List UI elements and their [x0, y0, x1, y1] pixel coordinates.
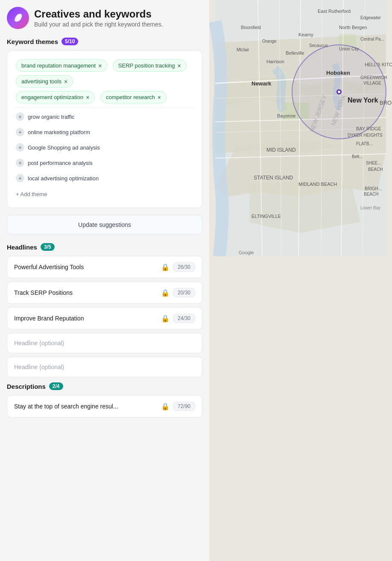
svg-text:East Rutherford: East Rutherford: [318, 9, 351, 14]
add-item-label: grow organic traffic: [28, 114, 75, 120]
svg-text:Lower Bay: Lower Bay: [360, 206, 380, 210]
headlines-title: Headlines: [7, 244, 37, 251]
char-count-2: 20/30: [173, 288, 195, 297]
svg-text:VILLAGE: VILLAGE: [363, 81, 381, 85]
svg-text:BRIGH...: BRIGH...: [365, 186, 382, 191]
descriptions-badge: 2/4: [49, 382, 63, 390]
add-grow-organic[interactable]: + grow organic traffic: [14, 109, 195, 124]
svg-text:FLATB...: FLATB...: [356, 141, 373, 146]
svg-text:North Bergen: North Bergen: [339, 25, 367, 30]
headline-right-3: 🔒 24/30: [161, 314, 195, 323]
svg-text:Mtclair: Mtclair: [237, 47, 249, 52]
svg-text:Google: Google: [239, 250, 254, 255]
svg-text:DYKER HEIGHTS: DYKER HEIGHTS: [348, 133, 383, 138]
headline-right-2: 🔒 20/30: [161, 288, 195, 297]
svg-text:ELTINGVILLE: ELTINGVILLE: [252, 214, 281, 219]
svg-text:MIDLAND BEACH: MIDLAND BEACH: [298, 182, 337, 187]
keywords-container: brand reputation management × SERP posit…: [7, 50, 202, 208]
left-panel: Creatives and keywords Build your ad and…: [0, 0, 209, 561]
descriptions-title: Descriptions: [7, 383, 46, 390]
char-count-desc-1: 72/90: [173, 402, 195, 411]
headline-item-2[interactable]: Track SERP Positions 🔒 20/30: [7, 282, 202, 304]
svg-text:Kearny: Kearny: [298, 32, 313, 37]
update-suggestions-button[interactable]: Update suggestions: [7, 215, 202, 235]
svg-text:BEACH: BEACH: [368, 167, 383, 172]
keyword-tag-label: SERP position tracking: [118, 62, 175, 69]
keyword-tag-label: competitor research: [106, 94, 155, 100]
add-theme-row[interactable]: + Add theme: [14, 188, 195, 201]
keyword-tag-advertising-tools[interactable]: advertising tools ×: [16, 75, 73, 88]
svg-text:Secaucus: Secaucus: [309, 43, 328, 48]
svg-text:Bayonne: Bayonne: [277, 113, 295, 118]
add-online-marketing[interactable]: + online marketing platform: [14, 124, 195, 140]
descriptions-header: Descriptions 2/4: [7, 382, 202, 390]
keyword-tag-serp-tracking[interactable]: SERP position tracking ×: [113, 59, 187, 72]
headline-text-2: Track SERP Positions: [14, 289, 73, 296]
plus-icon: +: [16, 174, 24, 182]
svg-text:Belleville: Belleville: [286, 50, 304, 56]
keyword-tag-engagement-opt[interactable]: engagement optimization ×: [16, 91, 95, 103]
plus-icon: +: [16, 159, 24, 167]
svg-text:Harrison: Harrison: [266, 59, 284, 64]
keyword-tag-label: advertising tools: [21, 78, 61, 85]
divider: [14, 107, 195, 107]
description-text-1: Stay at the top of search engine resul..…: [14, 403, 156, 410]
add-post-performance[interactable]: + post performance analysis: [14, 155, 195, 170]
keyword-tag-competitor-research[interactable]: competitor research ×: [100, 91, 167, 103]
add-item-label: local advertising optimization: [28, 175, 99, 182]
headline-right-1: 🔒 26/30: [161, 262, 195, 272]
headline-text-1: Powerful Advertising Tools: [14, 264, 84, 270]
remove-engagement-opt-button[interactable]: ×: [86, 94, 89, 100]
add-item-label: post performance analysis: [28, 160, 93, 166]
headline-optional-text-1: Headline (optional): [14, 340, 64, 347]
headline-optional-text-2: Headline (optional): [14, 364, 64, 370]
logo: [7, 7, 29, 29]
svg-text:HELL'S KITCHEN: HELL'S KITCHEN: [365, 62, 392, 67]
svg-text:MID ISLAND: MID ISLAND: [266, 147, 296, 153]
keyword-tag-label: engagement optimization: [21, 94, 83, 100]
headline-optional-2[interactable]: Headline (optional): [7, 357, 202, 377]
lock-icon-desc-1: 🔒: [161, 402, 170, 411]
remove-brand-reputation-button[interactable]: ×: [98, 63, 102, 69]
svg-text:Union City: Union City: [339, 47, 359, 51]
active-tags-row-2: engagement optimization × competitor res…: [14, 89, 195, 105]
keyword-themes-header: Keyword themes 5/10: [7, 38, 202, 45]
add-google-shopping[interactable]: + Google Shopping ad analysis: [14, 140, 195, 155]
description-item-1[interactable]: Stay at the top of search engine resul..…: [7, 395, 202, 417]
svg-text:SHEE...: SHEE...: [366, 161, 381, 165]
svg-text:Orange: Orange: [262, 39, 277, 44]
headline-item-1[interactable]: Powerful Advertising Tools 🔒 26/30: [7, 256, 202, 278]
map-panel: East Rutherford Edgewater Bloomfield Nor…: [209, 0, 392, 561]
remove-advertising-tools-button[interactable]: ×: [64, 79, 67, 85]
char-count-3: 24/30: [173, 314, 195, 323]
page-subtitle: Build your ad and pick the right keyword…: [34, 21, 163, 28]
keyword-themes-title: Keyword themes: [7, 38, 58, 45]
svg-text:Belt...: Belt...: [352, 154, 363, 159]
svg-point-1: [17, 15, 20, 18]
svg-text:STATEN ISLAND: STATEN ISLAND: [254, 175, 293, 181]
headlines-badge: 3/5: [41, 243, 55, 251]
headline-item-3[interactable]: Improve Brand Reputation 🔒 24/30: [7, 307, 202, 329]
header: Creatives and keywords Build your ad and…: [7, 7, 202, 29]
lock-icon-3: 🔒: [161, 314, 170, 323]
add-item-label: online marketing platform: [28, 129, 90, 135]
map-svg: East Rutherford Edgewater Bloomfield Nor…: [209, 0, 392, 256]
plus-icon: +: [16, 112, 24, 121]
headline-optional-1[interactable]: Headline (optional): [7, 333, 202, 353]
add-item-label: Google Shopping ad analysis: [28, 144, 100, 151]
svg-text:Newark: Newark: [252, 80, 272, 87]
remove-competitor-research-button[interactable]: ×: [158, 94, 161, 100]
char-count-1: 26/30: [173, 262, 195, 272]
svg-text:Edgewater: Edgewater: [360, 15, 381, 20]
keyword-themes-badge: 5/10: [61, 38, 78, 45]
add-theme-label: + Add theme: [16, 191, 47, 197]
header-text: Creatives and keywords Build your ad and…: [34, 8, 163, 28]
headlines-header: Headlines 3/5: [7, 243, 202, 251]
add-local-advertising[interactable]: + local advertising optimization: [14, 170, 195, 186]
keyword-tag-brand-reputation[interactable]: brand reputation management ×: [16, 59, 107, 72]
plus-icon: +: [16, 128, 24, 136]
lock-icon-1: 🔒: [161, 263, 170, 271]
svg-text:Central Pa...: Central Pa...: [360, 37, 384, 41]
plus-icon: +: [16, 143, 24, 152]
remove-serp-tracking-button[interactable]: ×: [178, 63, 181, 69]
